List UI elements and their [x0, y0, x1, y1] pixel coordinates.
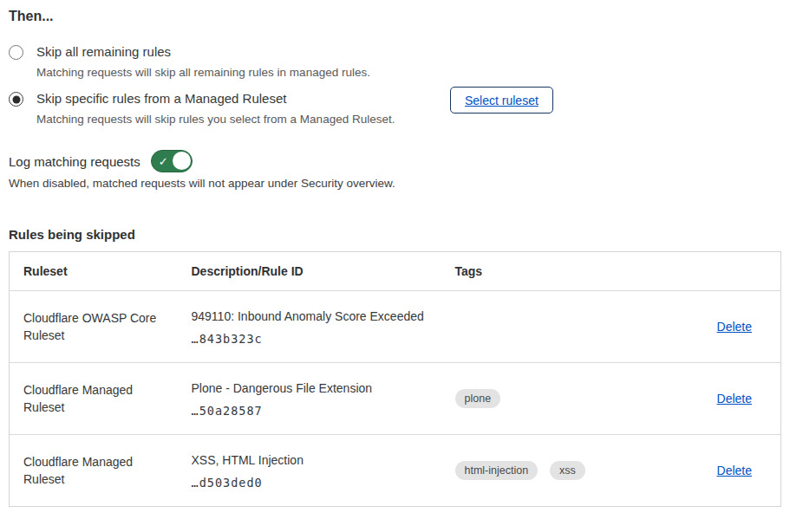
column-header-ruleset: Ruleset: [10, 252, 192, 291]
description-cell: Plone - Dangerous File Extension …50a285…: [192, 363, 455, 435]
tag-pill: xss: [550, 461, 585, 481]
table-row: Cloudflare Managed Ruleset Plone - Dange…: [10, 363, 781, 435]
column-header-tags: Tags: [455, 252, 685, 291]
delete-link[interactable]: Delete: [717, 320, 752, 334]
select-ruleset-button[interactable]: Select ruleset: [450, 87, 553, 114]
option-label[interactable]: Skip specific rules from a Managed Rules…: [36, 90, 395, 107]
column-header-description-rule-id: Description/Rule ID: [192, 252, 455, 291]
table-row: Cloudflare Managed Ruleset XSS, HTML Inj…: [10, 435, 781, 507]
then-heading: Then...: [9, 9, 54, 24]
tags-cell: [455, 291, 685, 363]
delete-link[interactable]: Delete: [717, 392, 752, 405]
delete-link[interactable]: Delete: [717, 464, 752, 477]
log-toggle-description: When disabled, matched requests will not…: [9, 177, 395, 190]
column-header-actions: [685, 252, 781, 291]
option-description: Matching requests will skip rules you se…: [36, 112, 395, 127]
option-text: Skip specific rules from a Managed Rules…: [36, 90, 395, 127]
action-cell: Delete: [685, 363, 781, 435]
option-description: Matching requests will skip all remainin…: [36, 65, 370, 80]
rule-id: …50a28587: [192, 404, 455, 418]
ruleset-cell: Cloudflare Managed Ruleset: [10, 435, 192, 507]
table-header-row: Ruleset Description/Rule ID Tags: [10, 252, 781, 291]
tags-cell: plone: [455, 363, 685, 435]
tags-cell: html-injection xss: [455, 435, 685, 507]
log-matching-requests-toggle[interactable]: ✓: [151, 150, 193, 172]
rules-being-skipped-heading: Rules being skipped: [9, 227, 135, 242]
rule-id: …d503ded0: [192, 476, 455, 490]
rule-id: …843b323c: [192, 332, 455, 346]
log-matching-requests-label: Log matching requests: [9, 154, 140, 169]
toggle-knob: [173, 152, 191, 170]
rule-description: XSS, HTML Injection: [192, 452, 455, 468]
radio-skip-all-remaining[interactable]: [9, 45, 23, 60]
log-matching-requests-row: Log matching requests ✓: [9, 150, 193, 172]
table-row: Cloudflare OWASP Core Ruleset 949110: In…: [10, 291, 781, 363]
rules-being-skipped-table: Ruleset Description/Rule ID Tags Cloudfl…: [9, 251, 781, 507]
action-cell: Delete: [685, 435, 781, 507]
description-cell: XSS, HTML Injection …d503ded0: [192, 435, 455, 507]
rule-description: Plone - Dangerous File Extension: [192, 380, 455, 396]
tag-pill: plone: [455, 389, 501, 409]
action-cell: Delete: [685, 291, 781, 363]
description-cell: 949110: Inbound Anomaly Score Exceeded ……: [192, 291, 455, 363]
radio-skip-specific[interactable]: [9, 92, 23, 107]
tag-pill: html-injection: [455, 461, 539, 481]
option-label[interactable]: Skip all remaining rules: [36, 43, 370, 61]
waf-rule-config-page: Then... Skip all remaining rules Matchin…: [0, 0, 790, 532]
option-text: Skip all remaining rules Matching reques…: [36, 43, 370, 80]
rule-description: 949110: Inbound Anomaly Score Exceeded: [192, 308, 455, 324]
check-icon: ✓: [159, 156, 168, 167]
option-skip-specific-rules: Skip specific rules from a Managed Rules…: [9, 90, 395, 127]
option-skip-all-remaining-rules: Skip all remaining rules Matching reques…: [9, 43, 370, 80]
ruleset-cell: Cloudflare Managed Ruleset: [10, 363, 192, 435]
ruleset-cell: Cloudflare OWASP Core Ruleset: [10, 291, 192, 363]
